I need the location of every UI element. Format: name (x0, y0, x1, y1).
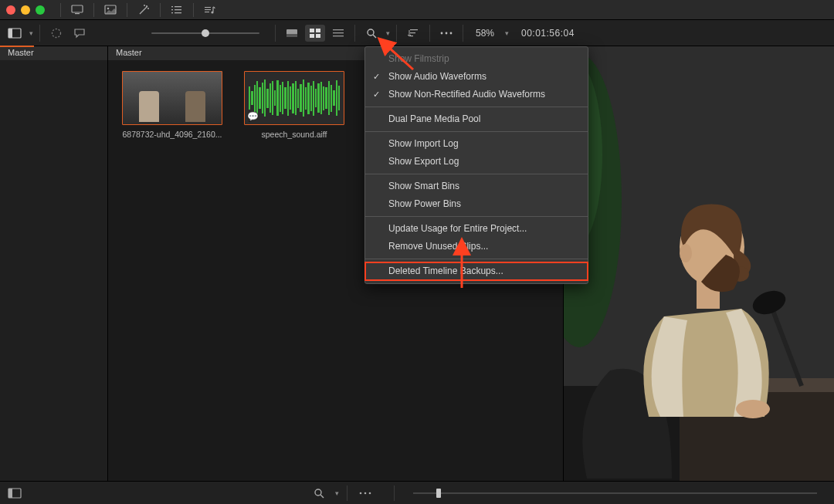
menu-item[interactable]: Show Import Log (365, 135, 588, 153)
menu-separator (365, 174, 588, 174)
media-pool-options-menu: Show Filmstrip✓Show Audio Waveforms✓Show… (364, 46, 588, 284)
menu-item-label: Show Non-Rectified Audio Waveforms (388, 89, 545, 100)
clip-label: 6878732-uhd_4096_2160... (122, 130, 222, 139)
menu-item-label: Show Audio Waveforms (388, 71, 486, 82)
bin-sidebar[interactable]: Master (0, 46, 108, 481)
minimize-window-button[interactable] (21, 5, 30, 15)
menu-item[interactable]: Show Power Bins (365, 195, 588, 213)
svg-rect-6 (175, 12, 181, 13)
clip-item[interactable]: 💬speech_sound.aiff (244, 71, 344, 139)
menu-item[interactable]: Show Export Log (365, 153, 588, 171)
chevron-down-icon[interactable]: ▾ (505, 29, 509, 37)
svg-point-47 (736, 400, 770, 418)
annotation-arrow-bottom (450, 237, 473, 291)
clip-thumbnail[interactable] (122, 71, 222, 125)
svg-rect-25 (333, 36, 344, 36)
svg-rect-5 (175, 9, 181, 10)
svg-rect-1 (75, 13, 80, 14)
menu-item[interactable]: Remove Unused Clips... (365, 238, 588, 255)
active-indicator (0, 46, 34, 47)
svg-rect-22 (316, 34, 320, 38)
zoom-window-button[interactable] (36, 5, 45, 15)
svg-rect-27 (410, 29, 418, 30)
checkmark-icon: ✓ (373, 88, 380, 101)
clip-item[interactable]: 6878732-uhd_4096_2160... (122, 71, 222, 139)
annotation-arrow-top (375, 36, 421, 73)
svg-rect-21 (310, 34, 314, 38)
viewer-scrub-bar[interactable] (413, 489, 817, 498)
comment-icon[interactable] (70, 25, 90, 42)
clip-thumbnail[interactable]: 💬 (244, 71, 344, 125)
source-viewer[interactable] (564, 46, 834, 481)
menu-separator (365, 259, 588, 259)
svg-rect-49 (8, 489, 12, 498)
menu-item[interactable]: Dual Pane Media Pool (365, 110, 588, 128)
clip-label: speech_sound.aiff (244, 130, 344, 139)
menu-item-label: Deleted Timeline Backups... (388, 266, 503, 276)
list-numbered-icon[interactable] (168, 3, 185, 17)
chevron-down-icon[interactable]: ▾ (335, 489, 339, 497)
svg-rect-18 (286, 34, 297, 37)
svg-point-53 (369, 492, 371, 494)
thumbnail-size-slider[interactable] (151, 27, 259, 39)
svg-rect-12 (205, 12, 209, 12)
svg-rect-11 (205, 9, 211, 10)
close-window-button[interactable] (6, 5, 15, 15)
window-titlebar (0, 0, 834, 20)
view-thumbnails-icon[interactable] (305, 25, 325, 42)
svg-rect-23 (333, 29, 344, 30)
menu-item-label: Show Import Log (388, 138, 459, 149)
menu-item-label: Dual Pane Media Pool (388, 113, 480, 124)
view-card-icon[interactable] (282, 25, 302, 42)
search-icon[interactable] (309, 485, 329, 502)
more-options-icon[interactable] (355, 485, 375, 502)
svg-point-51 (360, 492, 362, 494)
viewer-zoom-value[interactable]: 58% (470, 28, 500, 39)
menu-item-label: Update Usage for Entire Project... (388, 223, 527, 234)
picture-icon[interactable] (102, 3, 119, 17)
svg-point-3 (107, 7, 110, 9)
color-icon[interactable] (46, 25, 66, 42)
menu-item-label: Show Smart Bins (388, 181, 459, 191)
traffic-lights (6, 5, 45, 15)
view-list-icon[interactable] (328, 25, 348, 42)
toolbar-separator (127, 3, 127, 17)
svg-point-26 (368, 29, 374, 36)
music-note-icon[interactable] (202, 3, 219, 17)
magic-wand-icon[interactable] (135, 3, 152, 17)
toolbar-separator (93, 3, 94, 17)
svg-rect-15 (8, 29, 12, 38)
svg-rect-28 (410, 32, 415, 33)
menu-separator (365, 107, 588, 107)
viewer-frame (564, 46, 834, 481)
menu-separator (365, 131, 588, 132)
svg-point-16 (53, 29, 61, 37)
menu-item-label: Show Power Bins (388, 198, 461, 209)
more-options-icon[interactable] (436, 25, 456, 42)
menu-item[interactable]: Show Smart Bins (365, 178, 588, 195)
svg-point-30 (441, 32, 443, 34)
svg-rect-19 (310, 29, 314, 32)
svg-rect-7 (171, 6, 173, 7)
toolbar-separator (60, 3, 61, 17)
menu-separator (365, 216, 588, 217)
svg-point-31 (446, 32, 448, 34)
menu-item[interactable]: ✓Show Non-Rectified Audio Waveforms (365, 86, 588, 103)
svg-line-54 (381, 40, 413, 69)
svg-rect-8 (171, 9, 173, 10)
monitor-icon[interactable] (69, 3, 86, 17)
svg-rect-0 (72, 5, 83, 12)
panel-layout-button[interactable] (5, 25, 25, 42)
viewer-timecode[interactable]: 00:01:56:04 (521, 28, 575, 39)
menu-item[interactable]: Update Usage for Entire Project... (365, 220, 588, 238)
toolbar-separator (193, 3, 194, 17)
svg-point-32 (450, 32, 453, 34)
svg-point-52 (364, 492, 367, 494)
svg-rect-24 (333, 32, 344, 33)
menu-item-label: Show Export Log (388, 156, 459, 167)
svg-point-46 (680, 244, 692, 262)
svg-rect-20 (316, 29, 320, 32)
chevron-down-icon[interactable]: ▾ (29, 29, 33, 37)
panel-toggle-icon[interactable] (5, 485, 25, 502)
menu-item[interactable]: Deleted Timeline Backups... (365, 262, 588, 280)
